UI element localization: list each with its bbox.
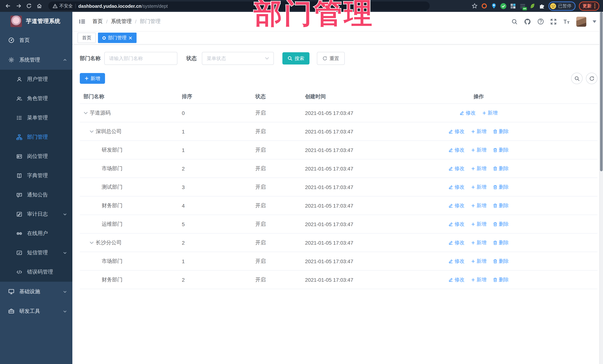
- search-button[interactable]: 搜索: [282, 52, 310, 65]
- sidebar-item-notice-announcement[interactable]: 通知公告: [0, 185, 72, 205]
- add-link[interactable]: 新增: [471, 221, 487, 227]
- edit-link[interactable]: 修改: [449, 258, 464, 265]
- delete-link[interactable]: 删除: [493, 221, 509, 227]
- bookmark-star-icon[interactable]: [471, 3, 477, 9]
- tab-home[interactable]: 首页: [78, 33, 96, 43]
- sidebar-item-dept-management[interactable]: 部门管理: [0, 128, 72, 147]
- sidebar-item-home[interactable]: 首页: [0, 30, 72, 50]
- tab-close-icon[interactable]: [129, 36, 132, 39]
- extension-blue-pin-icon[interactable]: [491, 3, 497, 9]
- sidebar-item-user-management[interactable]: 用户管理: [0, 70, 72, 89]
- edit-link[interactable]: 修改: [460, 110, 476, 116]
- extension-orange-icon[interactable]: [481, 3, 487, 9]
- add-link[interactable]: 新增: [471, 258, 487, 265]
- profile-paused-badge[interactable]: 已暂停: [548, 1, 576, 11]
- extension-green-check-icon[interactable]: [500, 3, 507, 9]
- url-text: dashboard.yudao.iocoder.cn/system/dept: [78, 3, 168, 9]
- delete-link[interactable]: 删除: [493, 165, 509, 172]
- delete-link[interactable]: 删除: [493, 147, 509, 153]
- sidebar-item-post-management[interactable]: 岗位管理: [0, 147, 72, 166]
- refresh-icon: [323, 56, 327, 61]
- delete-link[interactable]: 删除: [493, 128, 509, 135]
- extension-list-on-icon[interactable]: on: [520, 3, 526, 9]
- expand-arrow-icon[interactable]: [89, 241, 94, 244]
- roles-icon: [16, 96, 22, 101]
- add-link[interactable]: 新增: [471, 202, 487, 209]
- expand-arrow-icon[interactable]: [89, 130, 94, 133]
- scrollbar-thumb[interactable]: [600, 12, 603, 171]
- delete-link[interactable]: 删除: [493, 184, 509, 190]
- security-warning[interactable]: 不安全: [53, 3, 73, 9]
- edit-link[interactable]: 修改: [449, 202, 464, 209]
- extension-puzzle-icon[interactable]: [539, 3, 545, 9]
- refresh-table-button[interactable]: [586, 73, 597, 84]
- table-row: 运维部门 5 开启 2021-01-05 17:03:47 修改 新增 删除: [80, 215, 597, 233]
- help-icon[interactable]: [537, 18, 544, 25]
- edit-link[interactable]: 修改: [449, 147, 464, 153]
- search-icon[interactable]: [511, 18, 518, 25]
- edit-link[interactable]: 修改: [449, 276, 464, 283]
- add-link[interactable]: 新增: [471, 165, 487, 172]
- sidebar-item-dev-tools[interactable]: 研发工具: [0, 301, 72, 321]
- add-link[interactable]: 新增: [471, 239, 487, 246]
- breadcrumb-system[interactable]: 系统管理: [111, 18, 132, 25]
- edit-link[interactable]: 修改: [449, 165, 464, 172]
- app-logo-row[interactable]: 芋道管理系统: [0, 12, 72, 30]
- font-size-icon[interactable]: [563, 18, 570, 25]
- add-link[interactable]: 新增: [471, 147, 487, 153]
- sidebar-item-sms-management[interactable]: 短信管理: [0, 243, 72, 263]
- browser-address-bar[interactable]: 不安全 dashboard.yudao.iocoder.cn/system/de…: [48, 1, 430, 10]
- edit-link[interactable]: 修改: [449, 184, 464, 190]
- plus-icon: [471, 241, 475, 244]
- sidebar-item-system-management[interactable]: 系统管理: [0, 50, 72, 70]
- browser-home-button[interactable]: [35, 1, 44, 10]
- sidebar-item-error-code-management[interactable]: 错误码管理: [0, 263, 72, 282]
- extension-grid-icon[interactable]: [510, 3, 516, 9]
- reset-button[interactable]: 重置: [317, 52, 345, 65]
- page-scrollbar[interactable]: [599, 12, 603, 364]
- sidebar-item-menu-management[interactable]: 菜单管理: [0, 108, 72, 128]
- chevron-down-icon: [63, 289, 67, 294]
- delete-link[interactable]: 删除: [493, 202, 509, 209]
- sms-icon: [16, 250, 22, 256]
- browser-update-button[interactable]: 更新: [579, 1, 599, 11]
- chevron-down-icon: [63, 251, 67, 255]
- tab-dept-management[interactable]: 部门管理: [98, 33, 137, 43]
- on-badge: on: [522, 7, 527, 10]
- add-link[interactable]: 新增: [471, 128, 487, 135]
- edit-link[interactable]: 修改: [449, 221, 464, 227]
- add-button[interactable]: 新增: [80, 73, 105, 84]
- user-avatar[interactable]: [576, 16, 586, 26]
- kebab-menu-icon[interactable]: [594, 3, 596, 9]
- delete-link[interactable]: 删除: [493, 239, 509, 246]
- sidebar-item-dict-management[interactable]: 字典管理: [0, 166, 72, 185]
- browser-forward-button[interactable]: [14, 1, 23, 10]
- delete-link[interactable]: 删除: [493, 258, 509, 265]
- fullscreen-icon[interactable]: [550, 18, 557, 25]
- status-select[interactable]: 菜单状态: [202, 52, 274, 65]
- extension-green-leaf-icon[interactable]: [529, 3, 535, 9]
- avatar-caret-icon[interactable]: [593, 20, 596, 23]
- table-row: 财务部门 2 开启 2021-01-05 17:03:47 修改 新增 删除: [80, 271, 597, 289]
- sidebar-item-role-management[interactable]: 角色管理: [0, 89, 72, 108]
- add-link[interactable]: 新增: [471, 276, 487, 283]
- browser-reload-button[interactable]: [24, 1, 33, 10]
- dept-name-input[interactable]: [104, 52, 177, 65]
- edit-link[interactable]: 修改: [449, 128, 464, 135]
- sidebar-item-audit-log[interactable]: 审计日志: [0, 205, 72, 224]
- plus-icon: [471, 148, 475, 152]
- breadcrumb-home[interactable]: 首页: [93, 18, 103, 25]
- table-toolbar: 新增: [72, 65, 603, 84]
- delete-link[interactable]: 删除: [493, 276, 509, 283]
- dashboard-icon: [8, 37, 14, 43]
- sidebar-collapse-button[interactable]: [79, 18, 86, 25]
- edit-link[interactable]: 修改: [449, 239, 464, 246]
- sidebar-item-infrastructure[interactable]: 基础设施: [0, 282, 72, 301]
- github-icon[interactable]: [524, 18, 531, 25]
- add-link[interactable]: 新增: [471, 184, 487, 190]
- add-link[interactable]: 新增: [482, 110, 498, 116]
- show-search-button[interactable]: [571, 73, 583, 84]
- sidebar-item-online-users[interactable]: 在线用户: [0, 224, 72, 243]
- browser-back-button[interactable]: [4, 1, 13, 10]
- expand-arrow-icon[interactable]: [83, 111, 88, 114]
